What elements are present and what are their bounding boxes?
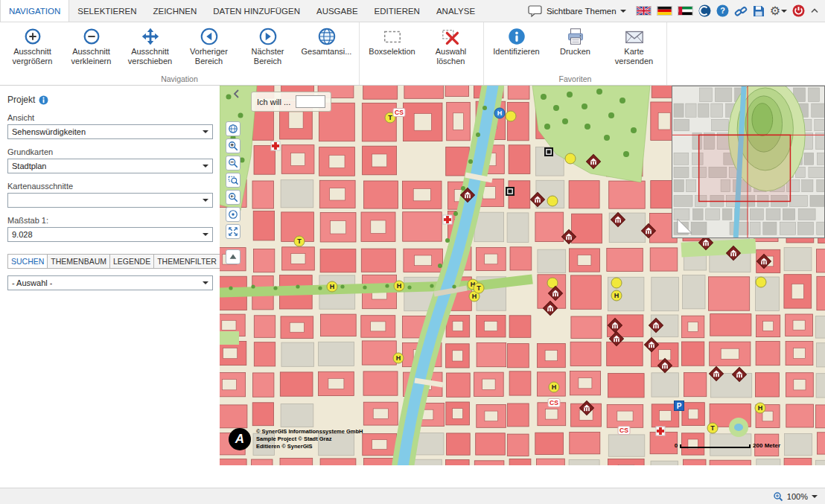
sidebar-collapse-button[interactable]	[232, 89, 240, 102]
menu-tab-editieren[interactable]: EDITIEREN	[366, 0, 428, 22]
ribbon-button-ausschnitt-verschieben[interactable]: Ausschnittverschieben	[121, 24, 179, 73]
menu-tab-zeichnen[interactable]: ZEICHNEN	[144, 0, 205, 22]
map-marker-yellow[interactable]: H	[393, 353, 404, 363]
power-button[interactable]	[792, 4, 805, 17]
map-marker-yellow[interactable]: T	[294, 236, 305, 246]
map-marker-cs[interactable]: CS	[393, 109, 405, 117]
ribbon-button-drucken[interactable]: Drucken	[546, 24, 605, 73]
sidebar-tab-themenfilter[interactable]: THEMENFILTER	[153, 254, 220, 269]
ansicht-label: Ansicht	[7, 113, 213, 122]
menu-tab-navigation[interactable]: NAVIGATION	[0, 0, 69, 22]
ribbon-button-auswahl-l-schen[interactable]: Auswahllöschen	[421, 24, 480, 73]
copyright-line: © SynerGIS Informationssysteme GmbH	[256, 428, 363, 436]
sidebar-tab-legende[interactable]: LEGENDE	[109, 254, 154, 269]
map-marker-yellow[interactable]	[547, 196, 558, 206]
collapse-ribbon-button[interactable]	[810, 7, 819, 15]
globe-icon[interactable]	[698, 4, 711, 17]
ribbon-button-n-chster-bereich[interactable]: NächsterBereich	[238, 24, 297, 73]
map-marker-blueh[interactable]: H	[494, 108, 505, 118]
zoom-out-icon	[80, 26, 103, 47]
map-marker-cross[interactable]	[656, 427, 665, 436]
kartenausschnitte-label: Kartenausschnitte	[7, 182, 213, 191]
map-tool-zoom-window[interactable]	[226, 173, 241, 188]
bottom-gap	[0, 465, 825, 488]
svg-text:H: H	[758, 404, 763, 412]
ribbon-button-label: Auswahl	[436, 47, 467, 57]
map-marker-yellow[interactable]	[756, 277, 766, 287]
ansicht-dropdown[interactable]: Sehenswürdigkeiten	[7, 124, 213, 139]
map-marker-yellow[interactable]: H	[327, 281, 337, 292]
map-marker-yellow[interactable]: T	[474, 283, 484, 293]
auswahl-dropdown[interactable]: - Auswahl -	[7, 275, 213, 290]
sidebar-tab-suchen[interactable]: SUCHEN	[7, 254, 48, 269]
map-marker-parking[interactable]: P	[675, 401, 684, 411]
flag-uk-icon[interactable]	[636, 6, 652, 16]
svg-text:T: T	[297, 237, 302, 245]
ich-will-input[interactable]	[296, 95, 325, 108]
zoom-in-icon	[22, 26, 44, 47]
zoom-dropdown-arrow[interactable]	[812, 495, 818, 501]
grundkarten-dropdown[interactable]: Stadtplan	[7, 159, 213, 173]
map-marker-black[interactable]	[506, 187, 515, 196]
ich-will-widget[interactable]: Ich will ...	[251, 92, 331, 112]
map-marker-black[interactable]	[544, 147, 553, 156]
map-marker-cross[interactable]	[271, 141, 280, 150]
ribbon-groups: AusschnittvergrößernAusschnittverkleiner…	[0, 22, 667, 85]
chevron-down-icon	[203, 233, 208, 239]
map-marker-yellow[interactable]: H	[394, 281, 404, 291]
map-marker-cross[interactable]	[443, 215, 452, 224]
ribbon-button-boxselektion[interactable]: Boxselektion	[363, 24, 421, 73]
map-tool-center[interactable]	[226, 207, 241, 222]
overview-icon	[228, 124, 238, 134]
map-marker-yellow[interactable]	[506, 111, 516, 121]
sidebar-tab-themenbaum[interactable]: THEMENBAUM	[47, 254, 110, 269]
map-tool-zoom-in[interactable]	[226, 138, 241, 153]
flag-ae-icon[interactable]	[678, 6, 693, 16]
menu-tab-selektieren[interactable]: SELEKTIEREN	[69, 0, 144, 22]
svg-text:H: H	[330, 283, 335, 290]
map-marker-yellow[interactable]: T	[707, 423, 718, 433]
save-icon[interactable]	[753, 5, 765, 17]
ribbon-button-identifizieren[interactable]: Identifizieren	[487, 24, 546, 73]
svg-text:H: H	[396, 354, 401, 362]
map-marker-cs[interactable]: CS	[548, 399, 560, 407]
grundkarten-label: Grundkarten	[7, 147, 213, 156]
map-marker-cs[interactable]: CS	[618, 427, 630, 435]
map-tool-pan-up[interactable]	[226, 249, 241, 264]
overview-map[interactable]	[672, 86, 825, 238]
link-icon[interactable]	[734, 5, 748, 17]
map-marker-yellow[interactable]: H	[549, 382, 559, 392]
map-marker-yellow[interactable]	[565, 153, 576, 164]
menu-tab-ausgabe[interactable]: AUSGABE	[308, 0, 366, 22]
next-icon	[257, 26, 279, 47]
map-marker-yellow[interactable]	[611, 278, 622, 288]
map-tool-full-extent[interactable]	[226, 224, 241, 239]
sidebar-panel: Projekt Ansicht Sehenswürdigkeiten Grund…	[0, 86, 220, 465]
chevron-down-icon	[781, 10, 787, 16]
massstab-label: Maßstab 1:	[7, 216, 213, 225]
ribbon-button-ausschnitt-verkleinern[interactable]: Ausschnittverkleinern	[62, 24, 121, 73]
map-tools	[226, 121, 241, 264]
identify-icon	[506, 26, 528, 47]
kartenausschnitte-dropdown[interactable]	[7, 193, 213, 208]
settings-button[interactable]: ⚙	[770, 4, 787, 18]
info-icon[interactable]	[39, 95, 48, 105]
menu-tab-daten-hinzuf-gen[interactable]: DATEN HINZUFÜGEN	[205, 0, 308, 22]
map-marker-yellow[interactable]: H	[611, 290, 622, 301]
ribbon-button-ausschnitt-vergr-ern[interactable]: Ausschnittvergrößern	[3, 24, 62, 73]
ribbon-button-vorheriger-bereich[interactable]: VorherigerBereich	[179, 24, 238, 73]
map-tool-overview[interactable]	[226, 121, 241, 136]
map-tool-zoom-out[interactable]	[226, 156, 241, 170]
project-label: Projekt	[7, 95, 35, 105]
ribbon-button-label: Ausschnitt	[131, 47, 169, 57]
help-icon[interactable]: ?	[716, 4, 729, 17]
visible-themes-button[interactable]: Sichtbare Themen	[523, 4, 631, 19]
flag-de-icon[interactable]	[657, 6, 672, 16]
ribbon-button-gesamtansi[interactable]: Gesamtansi...	[297, 24, 356, 73]
ribbon-button-karte-versenden[interactable]: Karteversenden	[605, 24, 663, 73]
massstab-dropdown[interactable]: 9.028	[7, 227, 213, 242]
ribbon-button-label: Karte	[624, 47, 643, 57]
map-tool-previous-extent[interactable]	[226, 190, 241, 205]
map-marker-yellow[interactable]: H	[755, 403, 765, 413]
menu-tab-analyse[interactable]: ANALYSE	[428, 0, 483, 22]
